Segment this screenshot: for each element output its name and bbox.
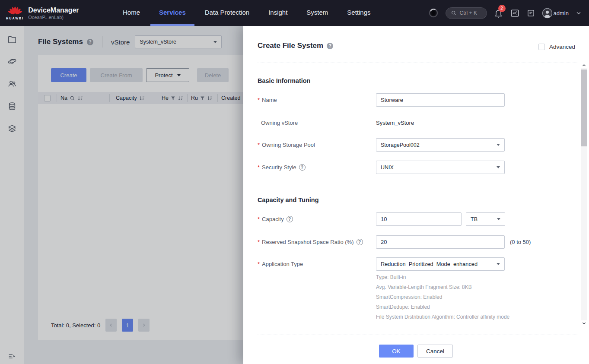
name-input[interactable] bbox=[376, 93, 505, 107]
chevron-right-icon bbox=[141, 323, 146, 328]
snapshot-ratio-input[interactable] bbox=[376, 235, 505, 249]
required-star: * bbox=[258, 164, 260, 171]
page-help-icon[interactable]: ? bbox=[87, 39, 93, 45]
scrollbar-thumb[interactable] bbox=[581, 70, 587, 146]
security-style-label: * Security Style ? bbox=[258, 161, 306, 174]
select-all-checkbox[interactable] bbox=[44, 95, 51, 101]
pool-selected-value: StoragePool002 bbox=[381, 142, 420, 148]
required-star: * bbox=[258, 239, 260, 245]
caret-down-icon bbox=[497, 218, 500, 220]
global-search[interactable]: Ctrl + K bbox=[446, 7, 487, 19]
nav-insight[interactable]: Insight bbox=[259, 0, 297, 26]
caret-down-icon bbox=[177, 74, 181, 76]
ok-button[interactable]: OK bbox=[379, 345, 414, 358]
prev-page-button[interactable] bbox=[105, 319, 117, 332]
top-navbar: HUAWEI DeviceManager OceanP...enLab) Hom… bbox=[0, 0, 589, 26]
security-selected-value: UNIX bbox=[381, 165, 394, 171]
create-file-system-dialog: Create File System ? Advanced Basic Info… bbox=[243, 26, 589, 364]
sidebar-item-storage-pools[interactable] bbox=[7, 124, 17, 133]
column-sort-icon[interactable] bbox=[77, 95, 83, 101]
advanced-toggle[interactable]: Advanced bbox=[538, 44, 575, 50]
user-menu[interactable]: admin bbox=[542, 8, 569, 19]
required-star: * bbox=[258, 142, 260, 148]
create-button[interactable]: Create bbox=[51, 68, 86, 82]
security-style-select[interactable]: UNIX bbox=[376, 161, 505, 174]
search-icon bbox=[451, 10, 457, 16]
main-nav: Home Services Data Protection Insight Sy… bbox=[113, 0, 380, 26]
detail-type: Type: Built-in bbox=[376, 272, 509, 282]
caret-down-icon bbox=[497, 263, 500, 265]
performance-button[interactable] bbox=[510, 8, 520, 18]
alarm-badge: 2 bbox=[498, 5, 506, 12]
advanced-label: Advanced bbox=[549, 44, 575, 50]
sidebar-expand-button[interactable] bbox=[7, 351, 17, 361]
owning-storage-pool-select[interactable]: StoragePool002 bbox=[376, 138, 505, 152]
application-type-select[interactable]: Reduction_Prioritized_Mode_enhanced bbox=[376, 257, 505, 271]
col-health: He bbox=[162, 95, 169, 101]
sidebar-item-clients[interactable] bbox=[7, 79, 17, 89]
required-star: * bbox=[258, 261, 260, 267]
protect-button[interactable]: Protect bbox=[146, 68, 189, 82]
capacity-input[interactable] bbox=[376, 212, 462, 226]
col-running: Ru bbox=[191, 95, 198, 101]
column-sort-icon[interactable] bbox=[207, 95, 213, 101]
app-title: DeviceManager bbox=[28, 6, 79, 14]
database-icon bbox=[7, 101, 17, 111]
capacity-help-icon[interactable]: ? bbox=[287, 216, 293, 222]
alarms-button[interactable]: 2 bbox=[493, 8, 503, 18]
snapshot-ratio-help-icon[interactable]: ? bbox=[357, 239, 363, 245]
column-filter-icon[interactable] bbox=[171, 96, 175, 101]
owning-vstore-value: System_vStore bbox=[376, 116, 414, 130]
table-footer: Total: 0, Selected: 0 1 bbox=[51, 319, 150, 332]
user-menu-toggle[interactable] bbox=[575, 9, 582, 16]
application-type-details: Type: Built-in Avg. Variable-Length Frag… bbox=[376, 272, 509, 322]
column-search-icon[interactable] bbox=[70, 95, 75, 101]
nav-services[interactable]: Services bbox=[150, 0, 195, 26]
topbar-actions: Ctrl + K 2 bbox=[428, 7, 589, 19]
page-number-current[interactable]: 1 bbox=[122, 319, 133, 332]
owning-vstore-label: Owning vStore bbox=[258, 116, 298, 130]
caret-down-icon bbox=[497, 144, 500, 146]
protect-label: Protect bbox=[155, 72, 172, 79]
create-from-button[interactable]: Create From bbox=[90, 68, 143, 82]
sidebar-item-resources[interactable] bbox=[7, 101, 17, 111]
name-label: * Name bbox=[258, 93, 277, 107]
advanced-checkbox[interactable] bbox=[538, 44, 545, 50]
column-sort-icon[interactable] bbox=[178, 95, 183, 101]
application-type-value: Reduction_Prioritized_Mode_enhanced bbox=[381, 261, 478, 267]
task-list-button[interactable] bbox=[526, 9, 535, 18]
device-name: OceanP...enLab) bbox=[28, 14, 79, 20]
brand: HUAWEI DeviceManager OceanP...enLab) bbox=[0, 6, 107, 20]
page-title: File Systems bbox=[38, 38, 83, 46]
section-basic-information: Basic Information bbox=[258, 77, 310, 84]
column-filter-icon[interactable] bbox=[200, 96, 205, 101]
dialog-help-icon[interactable]: ? bbox=[327, 43, 333, 49]
detail-smartdedupe: SmartDedupe: Enabled bbox=[376, 302, 509, 312]
column-sort-icon[interactable] bbox=[139, 95, 145, 101]
planet-icon bbox=[7, 57, 17, 66]
nav-data-protection[interactable]: Data Protection bbox=[195, 0, 259, 26]
capacity-unit-select[interactable]: TB bbox=[466, 212, 505, 226]
sidebar-item-vstore[interactable] bbox=[7, 57, 17, 66]
section-capacity-tuning: Capacity and Tuning bbox=[258, 196, 319, 203]
vstore-select[interactable]: System_vStore bbox=[135, 35, 222, 48]
col-name: Na bbox=[60, 95, 67, 101]
performance-chart-icon bbox=[510, 8, 520, 18]
required-star: * bbox=[258, 97, 260, 103]
cancel-button[interactable]: Cancel bbox=[417, 345, 453, 358]
next-page-button[interactable] bbox=[138, 319, 150, 332]
scroll-up-button[interactable] bbox=[581, 63, 587, 68]
toolbar: Create Create From Protect Delete bbox=[51, 68, 229, 82]
security-style-help-icon[interactable]: ? bbox=[299, 164, 306, 171]
delete-button[interactable]: Delete bbox=[197, 68, 229, 82]
nav-system[interactable]: System bbox=[297, 0, 337, 26]
nav-home[interactable]: Home bbox=[113, 0, 150, 26]
col-capacity: Capacity bbox=[116, 95, 137, 101]
sidebar-item-filesystems[interactable] bbox=[7, 35, 17, 44]
separator bbox=[258, 63, 577, 63]
capacity-ring-icon[interactable] bbox=[428, 7, 439, 19]
col-created: Created bbox=[221, 95, 240, 101]
scroll-down-button[interactable] bbox=[581, 320, 587, 326]
nav-settings[interactable]: Settings bbox=[337, 0, 380, 26]
dialog-title-row: Create File System ? bbox=[258, 41, 333, 50]
